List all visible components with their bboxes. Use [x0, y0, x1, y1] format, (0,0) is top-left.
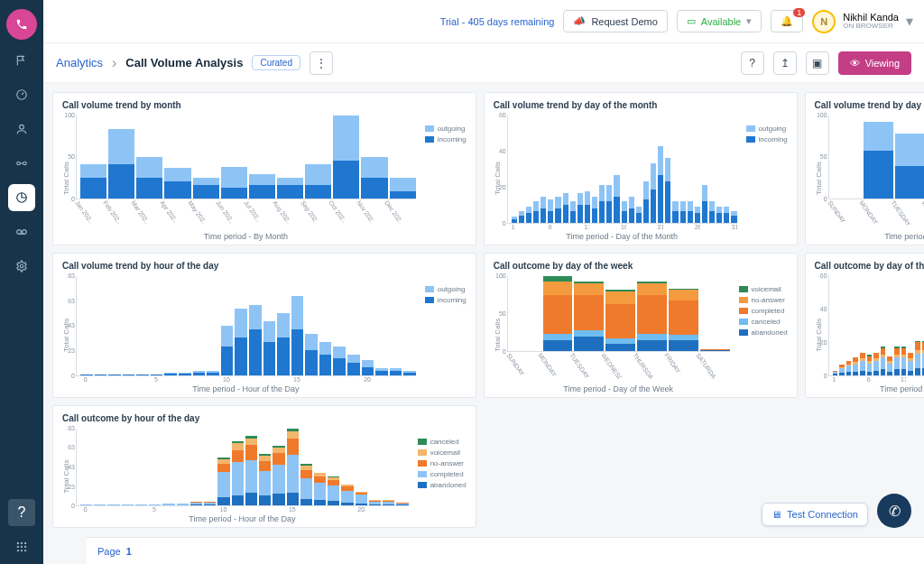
- chart-legend: voicemailno-answercompletedcanceledaband…: [735, 276, 788, 393]
- sidebar: ?: [0, 0, 43, 564]
- svg-point-5: [17, 230, 22, 235]
- dialer-fab[interactable]: ✆: [877, 494, 911, 528]
- chart-legend: outgoingincoming: [421, 116, 467, 241]
- more-menu-button[interactable]: ⋮: [310, 51, 333, 75]
- svg-point-8: [17, 542, 19, 544]
- chart-title: Call outcome by day of the month: [815, 261, 924, 271]
- breadcrumb-bar: Analytics › Call Volume Analysis Curated…: [43, 43, 924, 83]
- sidebar-item-flag[interactable]: [8, 47, 35, 74]
- breadcrumb-root[interactable]: Analytics: [56, 56, 103, 69]
- chart-card-outcome_hod: Call outcome by hour of the dayTotal Cal…: [52, 405, 476, 529]
- chart-card-dow: Call volume trend by day of the weekTota…: [805, 92, 924, 245]
- chart-plot-area: 836343230: [76, 429, 409, 507]
- svg-point-9: [21, 542, 23, 544]
- sidebar-item-voicemail[interactable]: [8, 218, 35, 245]
- notification-badge: 1: [793, 8, 805, 17]
- avatar: N: [812, 10, 836, 33]
- eye-icon: 👁: [850, 58, 860, 69]
- svg-point-3: [23, 162, 27, 165]
- megaphone-icon: 📣: [573, 15, 586, 27]
- svg-point-1: [20, 125, 24, 129]
- svg-point-12: [21, 546, 23, 548]
- breadcrumb-sep: ›: [112, 55, 116, 71]
- request-demo-button[interactable]: 📣Request Demo: [563, 10, 667, 32]
- svg-point-6: [23, 230, 27, 235]
- page-title: Call Volume Analysis: [125, 56, 243, 69]
- page-label: Page: [97, 546, 121, 557]
- sidebar-item-connections[interactable]: [8, 150, 35, 177]
- page-number: 1: [126, 546, 132, 557]
- chart-card-dom: Call volume trend by day of the monthTot…: [484, 92, 798, 245]
- chart-card-month: Call volume trend by monthTotal Calls100…: [52, 92, 476, 245]
- chart-title: Call volume trend by hour of the day: [62, 261, 467, 271]
- chart-title: Call volume trend by month: [62, 100, 467, 110]
- user-status: ON BROWSER: [843, 23, 899, 31]
- screen-icon: ▭: [687, 15, 696, 27]
- chart-plot-area: 6040200: [828, 276, 924, 376]
- chart-title: Call volume trend by day of the week: [815, 100, 924, 110]
- chart-legend: outgoingincoming: [421, 276, 467, 393]
- chart-plot-area: 100500: [76, 116, 416, 199]
- sidebar-item-dashboard[interactable]: [8, 81, 35, 108]
- chevron-down-icon: ▾: [906, 13, 913, 30]
- pagination: Page 1: [87, 537, 924, 564]
- sidebar-item-apps[interactable]: [8, 533, 35, 560]
- chart-card-hod: Call volume trend by hour of the dayTota…: [52, 253, 476, 398]
- chevron-down-icon: ▾: [746, 15, 752, 27]
- x-axis-label: Time period - Day of the Month: [507, 232, 737, 241]
- x-axis-label: Time period - Hour of the Day: [76, 384, 416, 393]
- svg-point-11: [17, 546, 19, 548]
- schedule-button[interactable]: ▣: [806, 51, 829, 75]
- upload-icon: ↥: [781, 57, 790, 69]
- curated-tag: Curated: [252, 55, 300, 70]
- user-menu[interactable]: N Nikhil KandaON BROWSER ▾: [812, 10, 913, 33]
- chart-legend: outgoingincoming: [743, 116, 788, 241]
- dots-vertical-icon: ⋮: [316, 57, 327, 69]
- chart-card-outcome_dow: Call outcome by day of the weekTotal Cal…: [484, 253, 798, 398]
- x-axis-label: Time period - Day of the Week: [828, 232, 924, 241]
- x-axis-label: Time period - Day of the Month: [828, 384, 924, 393]
- chart-title: Call outcome by day of the week: [494, 261, 788, 271]
- svg-point-15: [21, 550, 23, 551]
- svg-point-7: [20, 264, 23, 268]
- test-connection-button[interactable]: 🖥Test Connection: [762, 503, 868, 526]
- chart-plot-area: 100500: [828, 116, 924, 199]
- svg-point-10: [24, 542, 26, 544]
- sidebar-item-help[interactable]: ?: [8, 499, 35, 526]
- sidebar-item-contacts[interactable]: [8, 116, 35, 143]
- sidebar-item-analytics[interactable]: [8, 184, 35, 211]
- notifications-button[interactable]: 🔔1: [771, 10, 803, 32]
- phone-icon: ✆: [889, 503, 901, 520]
- availability-dropdown[interactable]: ▭Available▾: [677, 10, 762, 32]
- bell-icon: 🔔: [781, 15, 793, 27]
- connection-icon: 🖥: [772, 509, 781, 520]
- x-axis-label: Time period - Hour of the Day: [76, 514, 409, 523]
- chart-card-outcome_dom: Call outcome by day of the monthTotal Ca…: [805, 253, 924, 398]
- schedule-icon: ▣: [812, 57, 822, 69]
- chart-plot-area: 100500: [507, 276, 730, 352]
- top-bar: Trial - 405 days remaining 📣Request Demo…: [43, 0, 924, 43]
- help-icon: ?: [749, 57, 755, 69]
- sidebar-item-settings[interactable]: [8, 253, 35, 280]
- viewing-toggle[interactable]: 👁Viewing: [838, 51, 911, 75]
- sidebar-item-phone[interactable]: [6, 9, 37, 40]
- chart-plot-area: 6040200: [507, 116, 737, 224]
- help-button[interactable]: ?: [741, 51, 764, 75]
- svg-point-13: [24, 546, 26, 548]
- chart-title: Call volume trend by day of the month: [494, 100, 788, 110]
- chart-plot-area: 836343230: [76, 276, 416, 376]
- chart-legend: canceledvoicemailno-answercompletedaband…: [414, 429, 467, 524]
- svg-point-2: [17, 162, 21, 165]
- dashboard: Call volume trend by monthTotal Calls100…: [43, 83, 924, 564]
- export-button[interactable]: ↥: [773, 51, 797, 75]
- svg-point-16: [24, 550, 26, 551]
- svg-point-14: [17, 550, 19, 551]
- chart-title: Call outcome by hour of the day: [62, 413, 467, 423]
- trial-link[interactable]: Trial - 405 days remaining: [440, 16, 555, 27]
